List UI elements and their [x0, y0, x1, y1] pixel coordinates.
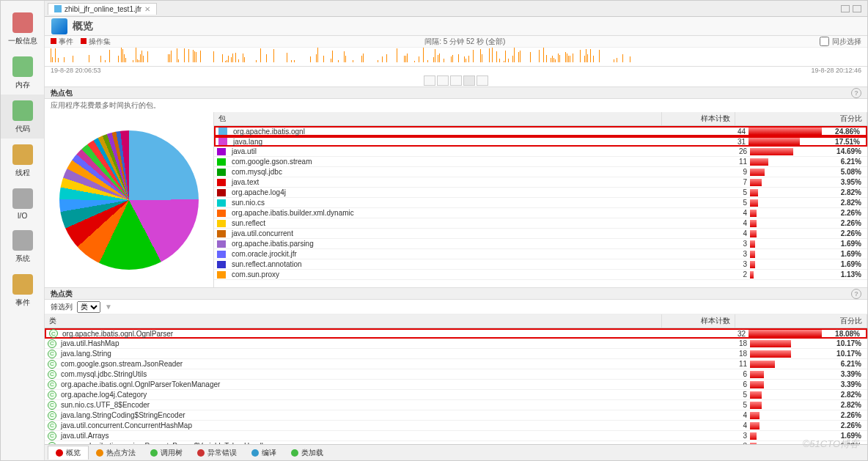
color-icon: [217, 199, 226, 207]
class-name: java.lang.String: [59, 350, 706, 358]
bottom-tab[interactable]: 概览: [48, 446, 89, 460]
class-row[interactable]: C org.apache.ibatis.ognl.OgnlParserToken…: [45, 380, 867, 390]
zoom-fit-icon[interactable]: [450, 75, 462, 86]
package-row[interactable]: com.google.gson.stream 11 6.21%: [214, 157, 867, 167]
class-row[interactable]: C java.lang.StringCoding$StringEncoder 4…: [45, 410, 867, 421]
package-row[interactable]: sun.nio.cs 5 2.82%: [214, 198, 867, 208]
sidebar-item-general[interactable]: 一般信息: [1, 7, 44, 51]
zoom-selection-icon[interactable]: [463, 75, 475, 86]
color-icon: [217, 251, 226, 258]
jfr-icon: [54, 5, 62, 12]
sample-count: 5: [706, 188, 750, 196]
sidebar-item-system[interactable]: 系统: [1, 224, 44, 268]
zoom-out-icon[interactable]: [437, 75, 449, 86]
sidebar-item-label: 一般信息: [8, 36, 37, 46]
sidebar-item-code[interactable]: 代码: [1, 95, 44, 139]
package-row[interactable]: java.text 7 3.95%: [214, 177, 867, 188]
package-name: sun.nio.cs: [229, 199, 706, 207]
sample-count: 3: [706, 250, 750, 258]
class-icon: C: [48, 421, 56, 430]
zoom-in-icon[interactable]: [424, 75, 435, 86]
package-name: java.text: [229, 178, 706, 186]
help-icon[interactable]: ?: [851, 289, 861, 299]
timeline[interactable]: [45, 48, 867, 67]
sidebar-item-events[interactable]: 事件: [1, 268, 44, 312]
class-name: com.google.gson.stream.JsonReader: [59, 360, 706, 368]
sample-count: 4: [706, 229, 750, 237]
info-bar: 事件 操作集 间隔: 5 分钟 52 秒 (全部) 同步选择: [45, 36, 867, 48]
class-icon: C: [48, 339, 56, 348]
col-percent[interactable]: 百分比: [735, 314, 867, 328]
class-row[interactable]: C org.apache.log4j.Category 5 2.82%: [45, 390, 867, 400]
bottom-tab[interactable]: 热点方法: [89, 446, 143, 460]
class-row[interactable]: C java.util.Arrays 3 1.69%: [45, 431, 867, 441]
tab-icon: [96, 449, 103, 457]
color-icon: [218, 138, 227, 145]
class-name: java.util.concurrent.ConcurrentHashMap: [59, 421, 706, 429]
filter-select[interactable]: 类: [77, 301, 100, 313]
percent: 1.69%: [823, 260, 867, 268]
package-row[interactable]: org.apache.ibatis.parsing 3 1.69%: [214, 239, 867, 249]
bar-cell: [750, 158, 823, 166]
file-tab[interactable]: zhibi_jfr_online_test1.jfr ✕: [48, 3, 157, 15]
classes-header: 热点类 ?: [45, 288, 867, 300]
package-row[interactable]: com.mysql.jdbc 9 5.08%: [214, 167, 867, 177]
package-row[interactable]: java.util 26 14.69%: [214, 147, 867, 157]
class-row[interactable]: C com.mysql.jdbc.StringUtils 6 3.39%: [45, 369, 867, 380]
maximize-icon[interactable]: [853, 5, 861, 12]
sample-count: 4: [706, 421, 750, 429]
package-row[interactable]: sun.reflect 4 2.26%: [214, 218, 867, 229]
pie-chart-container: [45, 112, 213, 287]
timeline-start: 19-8-28 20:06:53: [51, 67, 101, 74]
tab-label: 概览: [66, 448, 81, 458]
package-row[interactable]: sun.reflect.annotation 3 1.69%: [214, 259, 867, 270]
bottom-tab[interactable]: 类加载: [284, 446, 331, 460]
settings-icon[interactable]: [477, 75, 488, 86]
package-row[interactable]: com.oracle.jrockit.jfr 3 1.69%: [214, 249, 867, 259]
class-row[interactable]: C com.google.gson.stream.JsonReader 11 6…: [45, 359, 867, 369]
class-row[interactable]: C java.util.concurrent.ConcurrentHashMap…: [45, 421, 867, 431]
col-count[interactable]: 样本计数: [662, 314, 735, 328]
pie-chart[interactable]: [59, 130, 199, 270]
package-row[interactable]: java.lang 31 17.51%: [214, 136, 867, 147]
bar-cell: [750, 422, 823, 429]
col-package[interactable]: 包: [214, 112, 662, 125]
bottom-tab[interactable]: 异常错误: [190, 446, 244, 460]
bottom-tab[interactable]: 编译: [244, 446, 284, 460]
class-row[interactable]: C java.util.HashMap 18 10.17%: [45, 339, 867, 349]
color-icon: [217, 240, 226, 248]
sidebar-item-io[interactable]: I/O: [1, 182, 44, 224]
percent: 10.17%: [823, 339, 867, 347]
package-row[interactable]: java.util.concurrent 4 2.26%: [214, 229, 867, 239]
minimize-icon[interactable]: [841, 5, 850, 12]
percent: 6.21%: [823, 158, 867, 166]
tab-label: 调用树: [161, 448, 183, 458]
class-name: org.apache.log4j.Category: [59, 391, 706, 399]
sync-checkbox[interactable]: [820, 37, 829, 46]
bottom-tab[interactable]: 调用树: [143, 446, 190, 460]
close-icon[interactable]: ✕: [144, 5, 150, 13]
sidebar-item-memory[interactable]: 内存: [1, 51, 44, 95]
percent: 1.13%: [823, 270, 867, 279]
col-percent[interactable]: 百分比: [735, 112, 867, 125]
sample-count: 18: [706, 339, 750, 347]
bar-cell: [750, 148, 823, 155]
class-row[interactable]: C sun.nio.cs.UTF_8$Encoder 5 2.82%: [45, 400, 867, 410]
percent: 2.26%: [823, 219, 867, 227]
package-row[interactable]: org.apache.log4j 5 2.82%: [214, 188, 867, 198]
col-class[interactable]: 类: [45, 314, 662, 328]
class-row[interactable]: C org.apache.ibatis.ognl.OgnlParser 32 1…: [45, 328, 867, 339]
sidebar-item-threads[interactable]: 线程: [1, 139, 44, 182]
timeline-toolbar: [45, 74, 867, 87]
bar-cell: [750, 179, 823, 186]
package-row[interactable]: org.apache.ibatis.builder.xml.dynamic 4 …: [214, 208, 867, 218]
help-icon[interactable]: ?: [851, 88, 861, 98]
class-row[interactable]: C java.lang.String 18 10.17%: [45, 349, 867, 359]
bar-cell: [750, 271, 823, 279]
package-row[interactable]: org.apache.ibatis.ognl 44 24.86%: [214, 126, 867, 136]
io-icon: [11, 187, 34, 210]
sample-count: 11: [706, 360, 750, 368]
col-count[interactable]: 样本计数: [662, 112, 735, 125]
tab-icon: [56, 449, 63, 457]
package-row[interactable]: com.sun.proxy 2 1.13%: [214, 270, 867, 280]
